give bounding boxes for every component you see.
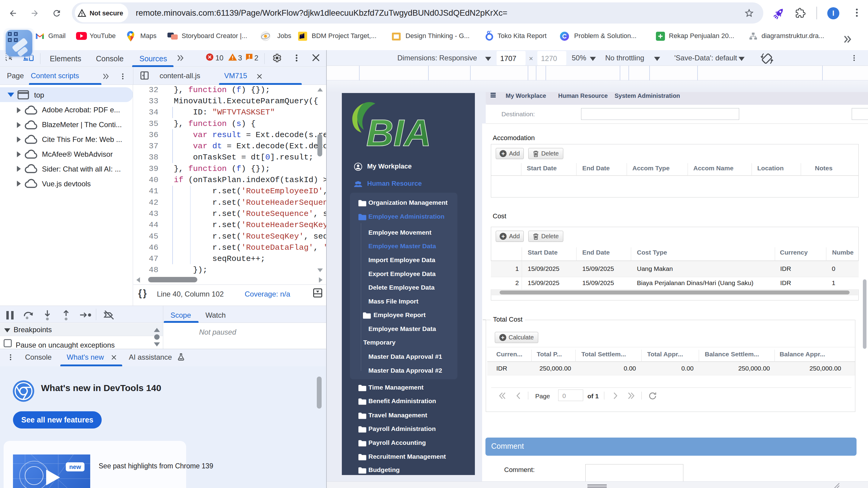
svg-text:BIA: BIA xyxy=(366,112,431,149)
